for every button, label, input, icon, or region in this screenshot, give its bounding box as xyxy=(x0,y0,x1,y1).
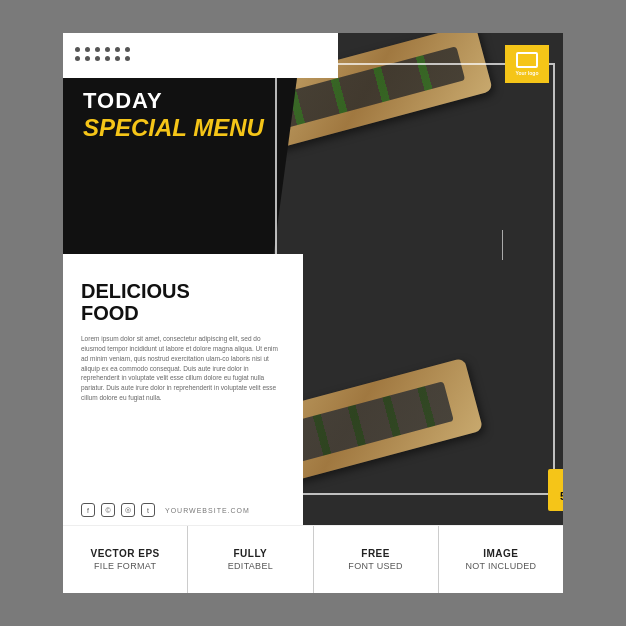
bottom-item-image-line1: IMAGE xyxy=(483,548,518,559)
bottom-bar: VECTOR EPS FILE FORMAT FULLY EDITABEL FR… xyxy=(63,525,563,593)
twitter-icon[interactable]: t xyxy=(141,503,155,517)
dot xyxy=(125,56,130,61)
dot xyxy=(95,56,100,61)
bottom-item-vector-line2: FILE FORMAT xyxy=(94,561,156,571)
dot xyxy=(95,47,100,52)
bottom-item-vector-line1: VECTOR EPS xyxy=(90,548,159,559)
decorative-line xyxy=(502,230,503,260)
today-label: TODAY xyxy=(83,88,264,114)
dot xyxy=(85,47,90,52)
instagram-icon[interactable]: ◎ xyxy=(121,503,135,517)
heading: DELICIOUS FOOD xyxy=(81,280,285,324)
content-area: DELICIOUS FOOD Lorem ipsum dolor sit ame… xyxy=(63,264,303,525)
dot xyxy=(75,47,80,52)
dot xyxy=(115,47,120,52)
footer-social: f © ◎ t YOURWEBSITE.COM xyxy=(81,503,250,517)
bottom-item-font: FREE FONT USED xyxy=(314,526,439,593)
website-url: YOURWEBSITE.COM xyxy=(165,507,250,514)
copyright-icon[interactable]: © xyxy=(101,503,115,517)
dot xyxy=(85,56,90,61)
bottom-item-vector: VECTOR EPS FILE FORMAT xyxy=(63,526,188,593)
logo-text: Your logo xyxy=(516,70,539,76)
special-menu-label: SPECIAL MENU xyxy=(83,114,264,143)
logo-icon xyxy=(516,52,538,68)
save-label: Save xyxy=(560,477,563,490)
heading-line2: FOOD xyxy=(81,302,139,324)
dot xyxy=(75,56,80,61)
save-percent: 50% Off xyxy=(560,490,563,503)
heading-line1: DELICIOUS xyxy=(81,280,190,302)
bottom-item-editable: FULLY EDITABEL xyxy=(188,526,313,593)
bottom-item-image-line2: NOT INCLUDED xyxy=(465,561,536,571)
card-wrapper: TODAY SPECIAL MENU DELICIOUS FOOD Lorem … xyxy=(63,33,563,593)
dot xyxy=(125,47,130,52)
facebook-icon[interactable]: f xyxy=(81,503,95,517)
save-badge: Save 50% Off xyxy=(548,469,563,511)
outer-wrapper: TODAY SPECIAL MENU DELICIOUS FOOD Lorem … xyxy=(63,33,563,593)
dot xyxy=(105,47,110,52)
bottom-item-font-line1: FREE xyxy=(361,548,390,559)
bottom-item-editable-line2: EDITABEL xyxy=(228,561,273,571)
dots-decoration xyxy=(75,47,131,61)
dot xyxy=(105,56,110,61)
bottom-item-editable-line1: FULLY xyxy=(233,548,267,559)
bottom-item-font-line2: FONT USED xyxy=(348,561,403,571)
logo-box: Your logo xyxy=(505,45,549,83)
bottom-item-image: IMAGE NOT INCLUDED xyxy=(439,526,563,593)
today-special-area: TODAY SPECIAL MENU xyxy=(83,88,264,143)
dot xyxy=(115,56,120,61)
main-card: TODAY SPECIAL MENU DELICIOUS FOOD Lorem … xyxy=(63,33,563,525)
body-text: Lorem ipsum dolor sit amet, consectetur … xyxy=(81,334,285,402)
